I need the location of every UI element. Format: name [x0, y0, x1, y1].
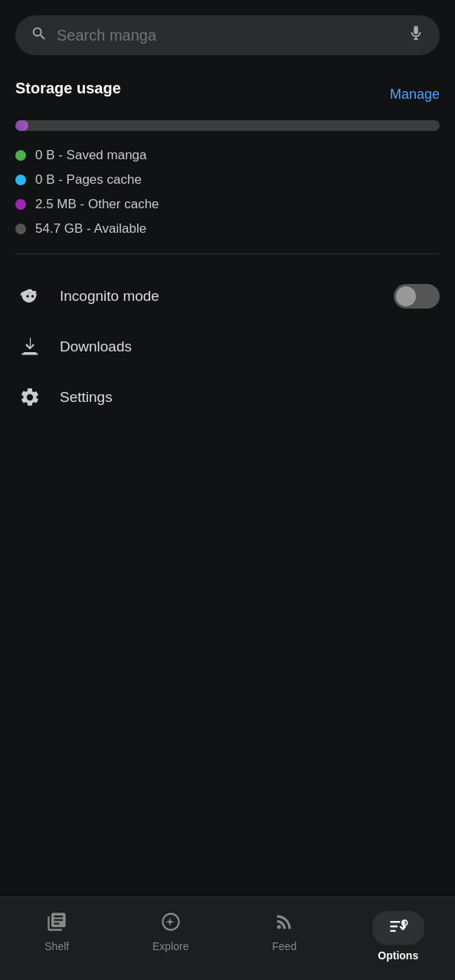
bottom-nav: Shelf Explore Feed [0, 897, 455, 980]
incognito-mode-item[interactable]: Incognito mode [15, 271, 440, 322]
settings-label: Settings [60, 389, 440, 406]
svg-rect-1 [22, 353, 38, 354]
legend-dot-available [15, 224, 26, 234]
storage-bar-fill [15, 120, 28, 131]
storage-legend: 0 B - Saved manga 0 B - Pages cache 2.5 … [15, 148, 440, 237]
storage-title: Storage usage [15, 80, 121, 97]
storage-section: Storage usage Manage 0 B - Saved manga 0… [15, 80, 440, 237]
nav-options-label: Options [378, 949, 418, 962]
legend-dot-saved [15, 150, 26, 161]
incognito-label: Incognito mode [60, 288, 378, 305]
legend-label-available: 54.7 GB - Available [35, 221, 146, 237]
nav-feed[interactable]: Feed [228, 905, 342, 968]
legend-other-cache: 2.5 MB - Other cache [15, 197, 440, 212]
settings-item[interactable]: Settings [15, 372, 440, 423]
feed-icon [273, 911, 295, 936]
downloads-item[interactable]: Downloads [15, 322, 440, 372]
legend-dot-pages [15, 175, 26, 185]
legend-saved-manga: 0 B - Saved manga [15, 148, 440, 163]
downloads-label: Downloads [60, 338, 440, 355]
shelf-icon [46, 911, 67, 936]
options-icon [388, 916, 409, 940]
storage-bar [15, 120, 440, 131]
downloads-icon [15, 332, 44, 361]
search-icon [31, 25, 47, 45]
nav-options-icon-wrap [372, 911, 424, 945]
mic-icon[interactable] [408, 24, 424, 46]
legend-label-saved: 0 B - Saved manga [35, 148, 147, 163]
nav-feed-label: Feed [272, 940, 296, 952]
svg-rect-0 [24, 291, 36, 292]
nav-shelf[interactable]: Shelf [0, 905, 114, 968]
nav-explore[interactable]: Explore [114, 905, 228, 968]
nav-explore-label: Explore [152, 940, 188, 952]
settings-icon [15, 383, 44, 412]
search-bar[interactable] [15, 15, 440, 55]
nav-options[interactable]: Options [342, 905, 456, 968]
legend-pages-cache: 0 B - Pages cache [15, 172, 440, 188]
incognito-toggle[interactable] [394, 284, 440, 309]
incognito-icon [15, 282, 44, 311]
explore-icon [160, 911, 182, 936]
search-input[interactable] [57, 27, 398, 44]
nav-shelf-label: Shelf [44, 940, 69, 952]
legend-dot-other [15, 199, 26, 210]
legend-label-other: 2.5 MB - Other cache [35, 197, 159, 212]
legend-available: 54.7 GB - Available [15, 221, 440, 237]
manage-button[interactable]: Manage [390, 87, 440, 103]
divider [15, 253, 440, 254]
toggle-knob [396, 286, 416, 306]
legend-label-pages: 0 B - Pages cache [35, 172, 142, 188]
